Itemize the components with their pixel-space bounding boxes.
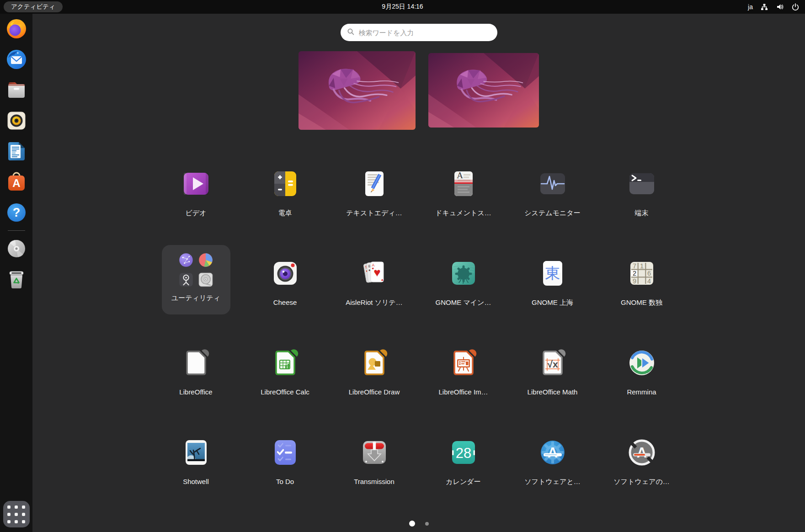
app-label: AisleRiot ソリテ… [346, 298, 402, 307]
files-icon[interactable] [5, 79, 27, 101]
app-label: カレンダー [446, 478, 480, 486]
software-updates-icon: A [538, 437, 568, 468]
app-remmina[interactable]: Remmina [597, 318, 686, 408]
terminal-icon [627, 169, 657, 199]
app-sudoku[interactable]: 71 694 2GNOME 数独 [597, 229, 686, 318]
app-label: GNOME マイン… [436, 298, 491, 307]
app-label: LibreOffice Calc [261, 388, 309, 396]
app-label: ビデオ [185, 209, 206, 218]
workspace-thumbnail-2[interactable] [428, 53, 539, 128]
firefox-icon[interactable] [5, 18, 27, 40]
sudoku-icon: 71 694 2 [627, 258, 657, 288]
system-status-area[interactable]: ja [748, 3, 800, 11]
workspace-thumbnail-1[interactable] [299, 51, 416, 130]
app-label: ドキュメントス… [435, 209, 491, 218]
page-indicator [32, 521, 805, 527]
svg-text:A: A [636, 445, 646, 461]
svg-text:1: 1 [640, 262, 643, 270]
videos-icon [181, 169, 211, 199]
svg-text:A: A [12, 177, 20, 189]
libreoffice-math-icon: √x [538, 348, 568, 378]
app-system-monitor[interactable]: システムモニター [508, 139, 597, 229]
transmission-icon [359, 437, 389, 468]
app-libreoffice-impress[interactable]: LibreOffice Im… [419, 318, 508, 408]
app-label: LibreOffice Draw [349, 388, 400, 396]
svg-text:28: 28 [455, 445, 471, 461]
system-monitor-icon [538, 169, 568, 199]
app-calculator[interactable]: 電卓 [240, 139, 330, 229]
search-input[interactable] [359, 29, 491, 37]
svg-text:2: 2 [632, 270, 636, 277]
app-libreoffice-calc[interactable]: LibreOffice Calc [240, 318, 330, 408]
svg-text:7: 7 [632, 262, 636, 270]
clock-menu[interactable]: 9月25日 14:16 [0, 3, 805, 11]
network-icon[interactable] [760, 3, 768, 11]
app-mines[interactable]: GNOME マイン… [419, 229, 508, 318]
search-bar[interactable] [341, 24, 497, 41]
keyboard-layout-indicator[interactable]: ja [748, 3, 753, 11]
svg-text:√x: √x [547, 359, 558, 369]
app-transmission[interactable]: Transmission [330, 408, 419, 497]
thunderbird-icon[interactable] [5, 48, 27, 70]
dock: A ? [0, 14, 32, 532]
app-libreoffice-draw[interactable]: LibreOffice Draw [330, 318, 419, 408]
app-software-updater[interactable]: A ソフトウェアの… [597, 408, 686, 497]
app-shanghai[interactable]: 東GNOME 上海 [508, 229, 597, 318]
app-label: LibreOffice Im… [438, 388, 488, 396]
page-dot-2[interactable] [425, 522, 429, 526]
app-folder[interactable]: ユーティリティ [151, 229, 240, 318]
app-calendar[interactable]: 28カレンダー [419, 408, 508, 497]
volume-icon[interactable] [776, 3, 784, 11]
cheese-icon [270, 258, 300, 288]
page-dot-1[interactable] [409, 521, 415, 527]
libreoffice-draw-icon [359, 348, 389, 378]
show-applications-button[interactable] [3, 501, 30, 527]
app-label: 端末 [635, 209, 649, 218]
workspace-switcher [32, 51, 805, 130]
svg-text:♥: ♥ [373, 266, 380, 279]
shanghai-icon: 東 [538, 258, 568, 288]
svg-text:6: 6 [647, 270, 650, 277]
app-shotwell[interactable]: Shotwell [151, 408, 240, 497]
text-editor-icon [359, 169, 389, 199]
app-terminal[interactable]: 端末 [597, 139, 686, 229]
ubuntu-software-icon[interactable]: A [5, 171, 27, 193]
todo-icon [270, 437, 300, 468]
app-label: GNOME 上海 [532, 298, 573, 307]
remmina-icon [627, 348, 657, 378]
svg-text:東: 東 [545, 265, 560, 282]
app-label: GNOME 数独 [621, 298, 662, 307]
disk-icon [198, 272, 213, 287]
top-bar: アクティビティ 9月25日 14:16 ja [0, 0, 805, 14]
app-label: LibreOffice Math [528, 388, 578, 396]
globe-icon [178, 252, 194, 268]
app-libreoffice-math[interactable]: √xLibreOffice Math [508, 318, 597, 408]
app-videos[interactable]: ビデオ [151, 139, 240, 229]
app-text-editor[interactable]: テキストエディ… [330, 139, 419, 229]
app-document-scanner[interactable]: Aドキュメントス… [419, 139, 508, 229]
app-todo[interactable]: To Do [240, 408, 330, 497]
trash-icon[interactable] [5, 268, 27, 290]
help-icon[interactable]: ? [5, 202, 27, 223]
app-libreoffice[interactable]: LibreOffice [151, 318, 240, 408]
app-label: ソフトウェアと… [524, 478, 580, 486]
app-label: システムモニター [524, 209, 580, 218]
app-aisleriot[interactable]: 5♦ 8♠ A ♥ ♥ ♥AisleRiot ソリテ… [330, 229, 419, 318]
app-label: To Do [276, 478, 294, 485]
app-folder-utilities[interactable]: ユーティリティ [162, 245, 230, 314]
folder-preview [178, 252, 213, 287]
optical-disc-icon[interactable] [5, 238, 27, 260]
rhythmbox-icon[interactable] [5, 110, 27, 132]
app-label: 電卓 [278, 209, 292, 218]
power-icon[interactable] [791, 3, 800, 11]
svg-text:A: A [547, 445, 557, 461]
scope-icon [178, 272, 194, 287]
svg-text:9: 9 [632, 277, 636, 285]
app-cheese[interactable]: Cheese [240, 229, 330, 318]
app-software-updates[interactable]: A ソフトウェアと… [508, 408, 597, 497]
calendar-icon: 28 [448, 437, 479, 468]
app-label: テキストエディ… [346, 209, 402, 218]
svg-text:♥: ♥ [381, 278, 383, 282]
libreoffice-writer-icon[interactable] [5, 140, 27, 162]
pie-chart-icon [198, 252, 213, 268]
